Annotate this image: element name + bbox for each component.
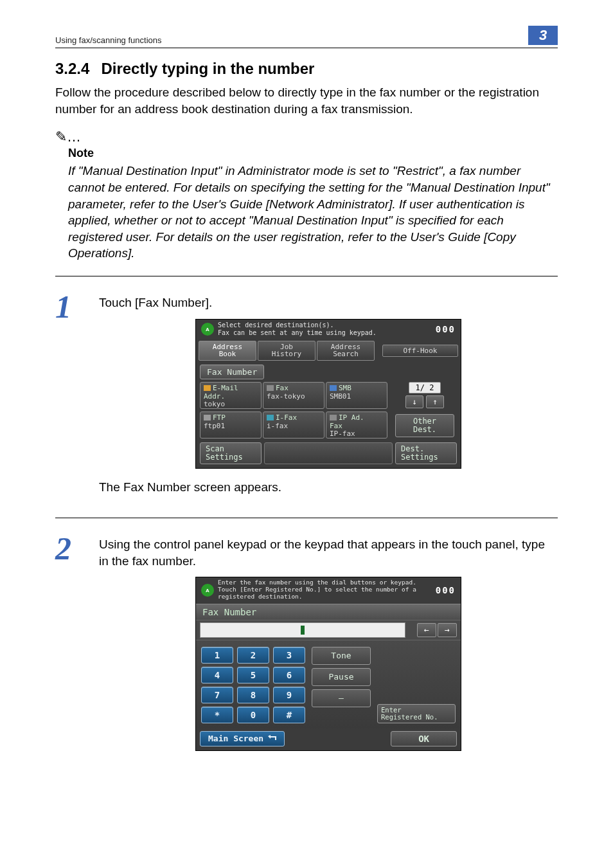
key-3[interactable]: 3 bbox=[273, 647, 305, 664]
dash-button[interactable]: – bbox=[312, 689, 371, 707]
step-1-number: 1 bbox=[55, 291, 81, 323]
key-hash[interactable]: # bbox=[273, 707, 305, 723]
mail-icon bbox=[204, 385, 211, 391]
key-1[interactable]: 1 bbox=[201, 647, 233, 664]
dest-settings-button[interactable]: Dest. Settings bbox=[395, 442, 457, 464]
section-heading: 3.2.4Directly typing in the number bbox=[55, 60, 558, 78]
other-dest-button[interactable]: Other Dest. bbox=[395, 414, 454, 437]
enter-registered-no-button[interactable]: Enter Registered No. bbox=[377, 704, 456, 723]
tab-address-search[interactable]: Address Search bbox=[317, 341, 375, 361]
text-cursor bbox=[301, 626, 305, 635]
return-icon bbox=[267, 734, 276, 743]
off-hook-button[interactable]: Off-Hook bbox=[382, 345, 458, 357]
ipfax-icon bbox=[330, 415, 337, 420]
note-body: If "Manual Destination Input" in Adminis… bbox=[68, 163, 558, 262]
step-1: 1 Touch [Fax Number]. A Select desired d… bbox=[55, 291, 558, 503]
key-0[interactable]: 0 bbox=[237, 707, 269, 723]
panel2-bottom-spacer bbox=[289, 731, 387, 746]
ok-button[interactable]: OK bbox=[391, 731, 457, 746]
panel1-counter: 000 bbox=[436, 324, 456, 334]
panel2-bottom-row: Main Screen OK bbox=[196, 728, 461, 750]
dest-smb-title: SMB bbox=[339, 384, 351, 392]
page-up-button[interactable]: ↑ bbox=[426, 395, 444, 408]
key-9[interactable]: 9 bbox=[273, 687, 305, 703]
dest-fax-title: Fax bbox=[276, 384, 289, 392]
dest-smb[interactable]: SMB SMB01 bbox=[326, 382, 387, 409]
key-8[interactable]: 8 bbox=[237, 687, 269, 703]
fax-number-input[interactable] bbox=[200, 622, 405, 638]
dest-ftp-sub: ftp01 bbox=[204, 422, 225, 430]
panel1-right-col: 1/ 2 ↓ ↑ bbox=[389, 382, 457, 409]
separator bbox=[55, 276, 558, 276]
tab-job-history[interactable]: Job History bbox=[258, 341, 315, 361]
svg-text:A: A bbox=[206, 327, 209, 332]
eco-icon-2: A bbox=[201, 584, 214, 597]
dest-ifax-sub: i-fax bbox=[267, 422, 288, 430]
svg-text:A: A bbox=[206, 588, 209, 593]
panel1-header-line1: Select desired destination(s). bbox=[218, 321, 436, 329]
scan-settings-button[interactable]: Scan Settings bbox=[200, 442, 262, 464]
step-2: 2 Using the control panel keypad or the … bbox=[55, 532, 558, 761]
chapter-badge: 3 bbox=[528, 26, 558, 45]
running-head-text: Using fax/scanning functions bbox=[55, 35, 161, 45]
intro-paragraph: Follow the procedure described below to … bbox=[55, 84, 558, 117]
note-block: ✎… Note If "Manual Destination Input" in… bbox=[55, 129, 558, 262]
ifax-icon bbox=[267, 415, 274, 420]
key-2[interactable]: 2 bbox=[237, 647, 269, 664]
main-screen-label: Main Screen bbox=[208, 734, 263, 743]
panel2-right-column: Enter Registered No. bbox=[377, 647, 456, 723]
cursor-left-button[interactable]: ← bbox=[417, 623, 436, 637]
page-indicator: 1/ 2 bbox=[409, 382, 441, 393]
fax-number-display-row: ← → bbox=[196, 620, 461, 640]
panel1-header-text: Select desired destination(s). Fax can b… bbox=[218, 321, 436, 337]
dest-fax-sub: fax-tokyo bbox=[267, 392, 305, 401]
running-header: Using fax/scanning functions 3 bbox=[55, 26, 558, 48]
panel2-counter: 000 bbox=[436, 585, 456, 595]
ftp-icon bbox=[204, 415, 211, 420]
smb-icon bbox=[330, 385, 337, 391]
cursor-right-button[interactable]: → bbox=[438, 623, 457, 637]
dest-ftp-title: FTP bbox=[213, 413, 226, 422]
keypad: 1 2 3 4 5 6 7 8 9 * 0 # bbox=[201, 647, 305, 723]
key-5[interactable]: 5 bbox=[237, 667, 269, 683]
panel2-body: 1 2 3 4 5 6 7 8 9 * 0 # bbox=[196, 640, 461, 728]
key-6[interactable]: 6 bbox=[273, 667, 305, 683]
dest-ipfax-sub: IP-fax bbox=[330, 429, 355, 438]
tone-button[interactable]: Tone bbox=[312, 647, 371, 665]
key-4[interactable]: 4 bbox=[201, 667, 233, 683]
note-icon: ✎… bbox=[55, 129, 558, 145]
step-2-text: Using the control panel keypad or the ke… bbox=[99, 536, 558, 569]
panel1-right-col-2: Other Dest. bbox=[389, 411, 457, 439]
section-title-text: Directly typing in the number bbox=[101, 60, 314, 77]
fax-number-tab[interactable]: Fax Number bbox=[200, 365, 264, 379]
panel2-tab: Fax Number bbox=[196, 604, 461, 620]
dest-row-1: E-Mail Addr. tokyo Fax fax-tokyo SMB SMB… bbox=[196, 381, 461, 410]
dest-email-sub: tokyo bbox=[204, 400, 225, 408]
step-1-after: The Fax Number screen appears. bbox=[99, 479, 558, 496]
tab-address-book[interactable]: Address Book bbox=[199, 341, 256, 361]
section-number: 3.2.4 bbox=[55, 60, 89, 77]
panel1-tab-row: Address Book Job History Address Search … bbox=[196, 339, 461, 363]
key-star[interactable]: * bbox=[201, 707, 233, 723]
dest-ifax-title: I-Fax bbox=[276, 413, 297, 422]
fax-number-keypad-panel: A Enter the fax number using the dial bu… bbox=[195, 577, 461, 751]
dest-email[interactable]: E-Mail Addr. tokyo bbox=[200, 382, 262, 409]
panel1-bottom-spacer bbox=[264, 442, 393, 464]
panel1-header-line2: Fax can be sent at any time using keypad… bbox=[218, 329, 436, 337]
panel2-header-text: Enter the fax number using the dial butt… bbox=[218, 579, 436, 601]
eco-icon: A bbox=[201, 323, 214, 336]
address-book-panel: A Select desired destination(s). Fax can… bbox=[195, 319, 461, 469]
pause-button[interactable]: Pause bbox=[312, 668, 371, 686]
separator-2 bbox=[55, 518, 558, 518]
main-screen-button[interactable]: Main Screen bbox=[200, 731, 285, 746]
dest-ifax[interactable]: I-Fax i-fax bbox=[263, 411, 324, 439]
dest-fax[interactable]: Fax fax-tokyo bbox=[263, 382, 324, 409]
dest-row-2: FTP ftp01 I-Fax i-fax IP Ad. Fax IP-fax bbox=[196, 410, 461, 440]
key-7[interactable]: 7 bbox=[201, 687, 233, 703]
step-1-text: Touch [Fax Number]. bbox=[99, 294, 558, 311]
dest-smb-sub: SMB01 bbox=[330, 392, 351, 401]
dest-ftp[interactable]: FTP ftp01 bbox=[200, 411, 262, 439]
dest-ipfax[interactable]: IP Ad. Fax IP-fax bbox=[326, 411, 387, 439]
panel2-header: A Enter the fax number using the dial bu… bbox=[196, 577, 461, 602]
page-down-button[interactable]: ↓ bbox=[405, 395, 423, 408]
